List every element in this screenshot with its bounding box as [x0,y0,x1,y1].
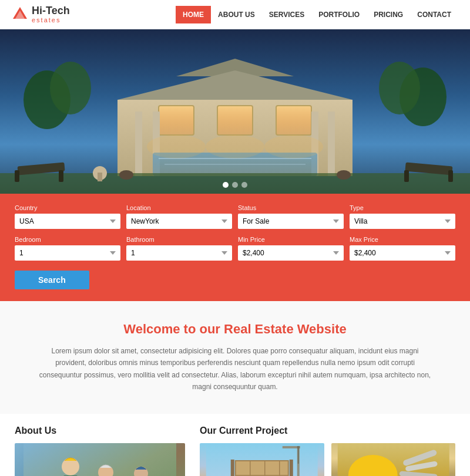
svg-rect-16 [135,112,142,176]
building-scene [200,443,324,476]
svg-point-36 [337,170,351,180]
status-label: Status [238,204,344,211]
main-nav: HOME ABOUT US SERVICES PORTFOLIO PRICING… [176,6,458,23]
type-field: Type Villa [350,204,455,229]
location-select[interactable]: NewYork [126,214,232,229]
svg-rect-12 [276,106,311,135]
maxprice-label: Max Price [350,236,455,243]
nav-pricing[interactable]: PRICING [367,6,410,23]
location-label: Location [126,204,232,211]
status-field: Status For Sale [238,204,344,229]
logo-text: Hi-Tech estates [32,5,70,24]
country-label: Country [15,204,120,211]
maxprice-select[interactable]: $2,400 [350,245,455,261]
svg-point-34 [264,135,323,158]
maxprice-field: Max Price $2,400 [350,236,455,261]
nav-services[interactable]: SERVICES [262,6,311,23]
svg-rect-26 [59,170,63,182]
svg-rect-19 [328,112,335,176]
country-field: Country USA [15,204,120,229]
project-card-1[interactable]: Project : Bluway Building Location : eVa… [200,443,324,476]
search-section: Country USA Location NewYork Status For … [0,194,470,301]
bedroom-field: Bedroom 1 [15,236,120,261]
nav-portfolio[interactable]: PORTFOLIO [311,6,367,23]
minprice-select[interactable]: $2,400 [238,245,344,261]
bathroom-label: Bathroom [126,236,232,243]
project-image-2 [331,443,456,476]
welcome-body: Lorem ipsum dolor sit amet, consectetur … [35,345,435,393]
search-row-1: Country USA Location NewYork Status For … [15,204,455,229]
logo-name: Hi-Tech [32,5,70,17]
svg-point-32 [147,135,206,158]
welcome-section: Welcome to our Real Estate Website Lorem… [0,301,470,414]
tools-scene [331,443,456,476]
hero-dots [223,182,247,188]
svg-rect-74 [297,446,300,448]
svg-rect-11 [217,106,253,135]
svg-rect-31 [98,173,102,181]
svg-rect-25 [15,170,19,182]
svg-point-33 [206,135,264,158]
search-button[interactable]: Search [15,271,89,289]
nav-contact[interactable]: CONTACT [410,6,458,23]
welcome-title: Welcome to our Real Estate Website [29,322,441,337]
svg-rect-71 [290,460,293,476]
dot-2[interactable] [232,182,238,188]
lower-section: About Us [0,414,470,476]
site-header: Hi-Tech estates HOME ABOUT US SERVICES P… [0,0,470,29]
svg-rect-29 [448,170,453,182]
svg-rect-70 [231,460,234,476]
type-select[interactable]: Villa [350,214,455,229]
projects-title: Our Current Project [200,426,455,436]
svg-point-6 [379,62,420,114]
bedroom-label: Bedroom [15,236,120,243]
svg-point-4 [50,62,91,114]
logo: Hi-Tech estates [12,5,70,24]
svg-rect-10 [159,106,194,135]
svg-point-35 [119,170,133,180]
location-field: Location NewYork [126,204,232,229]
bathroom-field: Bathroom 1 [126,236,232,261]
projects-column: Our Current Project [200,426,455,476]
about-image: image@thecollege.com [15,443,185,476]
minprice-label: Min Price [238,236,344,243]
project-image-1 [200,443,324,476]
dot-3[interactable] [241,182,247,188]
nav-home[interactable]: HOME [176,6,211,23]
search-row-2: Bedroom 1 Bathroom 1 Min Price $2,400 Ma… [15,236,455,261]
nav-about[interactable]: ABOUT US [211,6,262,23]
dot-1[interactable] [223,182,229,188]
type-label: Type [350,204,455,211]
projects-grid: Project : Bluway Building Location : eVa… [200,443,455,476]
svg-rect-28 [404,170,409,182]
svg-rect-62 [236,461,288,476]
logo-sub: estates [32,16,70,23]
status-select[interactable]: For Sale [238,214,344,229]
bathroom-select[interactable]: 1 [126,245,232,261]
bedroom-select[interactable]: 1 [15,245,120,261]
project-card-2[interactable]: Project : Bluway Building Location : eVa… [331,443,456,476]
about-title: About Us [15,426,185,436]
about-column: About Us [15,426,185,476]
logo-icon [12,6,28,22]
hero-scene [0,29,470,194]
country-select[interactable]: USA [15,214,120,229]
minprice-field: Min Price $2,400 [238,236,344,261]
hero-section [0,29,470,194]
workers-scene [15,443,185,476]
